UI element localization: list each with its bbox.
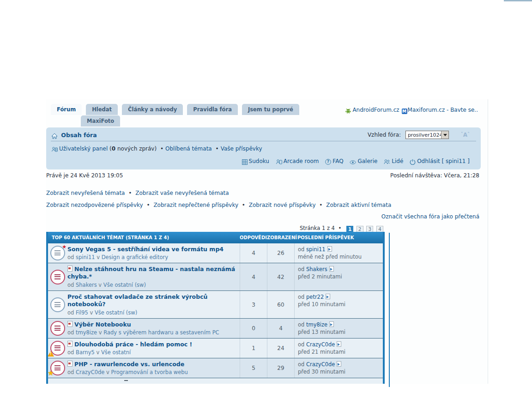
topic-forum-link[interactable]: Vše ostatní (sw) bbox=[95, 309, 137, 316]
topic-title-link[interactable]: Výběr Notebooku bbox=[74, 321, 131, 328]
tab-forum[interactable]: Fórum bbox=[51, 104, 82, 115]
topic-forum-link[interactable]: Rady s výběrem hardwaru a sestavením PC bbox=[103, 329, 219, 336]
breadcrumb: Obsah fóra bbox=[51, 132, 97, 139]
tab-search[interactable]: Hledat bbox=[86, 104, 118, 115]
members-link[interactable]: Lidé bbox=[384, 158, 403, 164]
adjacent-table-edge bbox=[389, 233, 390, 387]
table-row: Nelze stáhnout hru na Steamu - nastala n… bbox=[48, 263, 383, 291]
topic-title-link[interactable]: Sony Vegas 5 - sestříhání videa ve formá… bbox=[67, 246, 224, 253]
topic-forum-link[interactable]: Vše ostatní (sw) bbox=[103, 282, 146, 288]
logout-link[interactable]: Odhlásit [ spini11 ] bbox=[410, 158, 470, 164]
last-post-author-link[interactable]: petr22 bbox=[306, 294, 324, 300]
user-panel-row: Uživatelský panel (0 nových zpráv) •Oblí… bbox=[51, 145, 262, 153]
style-select[interactable]: prosilver1024 bbox=[405, 131, 449, 139]
topic-title-link[interactable]: Proč stahovat ovladače ze stránek výrobc… bbox=[67, 293, 207, 308]
faq-link[interactable]: ?FAQ bbox=[325, 158, 343, 164]
bullet-separator: • bbox=[146, 202, 150, 208]
table-header: TOP 60 AKTUÁLNÍCH TÉMAT (STRÁNKA 1 Z 4) … bbox=[48, 232, 383, 243]
topic-author-link[interactable]: spini11 bbox=[76, 254, 95, 260]
views-count: 26 bbox=[267, 243, 294, 263]
last-post-cell: od tmy8ize před 13 minutami bbox=[294, 319, 383, 338]
favorite-topics-link[interactable]: Oblíbená témata bbox=[165, 145, 212, 152]
browser-edge-sliver bbox=[504, 0, 532, 1]
last-post-cell: od CrazyC0de před 21 minutami bbox=[294, 339, 383, 358]
topic-author-link[interactable]: CrazyC0de bbox=[76, 369, 104, 375]
sudoku-grid-icon bbox=[242, 159, 248, 165]
last-post-author-link[interactable]: CrazyC0de bbox=[306, 361, 335, 368]
goto-last-post-icon[interactable] bbox=[337, 361, 341, 367]
topic-author-link[interactable]: tmy8ize bbox=[76, 329, 97, 336]
sudoku-link[interactable]: Sudoku bbox=[242, 158, 269, 164]
clipped-content bbox=[124, 380, 128, 381]
mark-forums-read-link[interactable]: Označit všechna fóra jako přečtená bbox=[381, 213, 479, 220]
tab-maxifoto[interactable]: MaxiFoto bbox=[81, 115, 120, 127]
last-post-author-link[interactable]: tmy8ize bbox=[306, 321, 327, 328]
topic-author-link[interactable]: Shakers bbox=[76, 282, 97, 288]
bullet-separator: • bbox=[319, 202, 322, 208]
maxiforum-icon: M bbox=[402, 109, 407, 114]
last-post-cell: od Shakers před 2 minutami bbox=[294, 263, 383, 290]
font-size-widget[interactable]: ˅A˄ bbox=[461, 132, 470, 138]
topic-forum-link[interactable]: Design a grafické editory bbox=[102, 254, 168, 260]
topic-unread-icon bbox=[50, 321, 65, 336]
topic-title-link[interactable]: Nelze stáhnout hru na Steamu - nastala n… bbox=[67, 266, 235, 280]
your-unsolved-topics-link[interactable]: Zobrazit vaše nevyřešená témata bbox=[135, 190, 229, 196]
bullet-separator: • bbox=[128, 190, 132, 196]
link-androidforum[interactable]: AndroidForum.cz bbox=[352, 107, 399, 113]
goto-last-post-icon[interactable] bbox=[329, 266, 334, 272]
last-post-author-link[interactable]: CrazyC0de bbox=[306, 341, 335, 348]
forum-header-panel: Obsah fóra Vzhled fóra: prosilver1024 ˅A… bbox=[46, 127, 481, 169]
chevron-up-icon[interactable]: ˄ bbox=[467, 132, 470, 137]
new-posts-link[interactable]: Zobrazit nové příspěvky bbox=[249, 202, 316, 208]
last-post-author-link[interactable]: spini11 bbox=[306, 246, 326, 253]
arcade-room-link[interactable]: Arcade room bbox=[276, 158, 319, 164]
top-topics-table: TOP 60 AKTUÁLNÍCH TÉMAT (STRÁNKA 1 Z 4) … bbox=[46, 232, 385, 384]
new-posts-flag-icon[interactable] bbox=[67, 266, 73, 272]
new-posts-flag-icon[interactable] bbox=[67, 361, 73, 367]
new-messages-count: (0 nových zpráv) bbox=[109, 145, 157, 152]
topic-forum-link[interactable]: Vše ostatní bbox=[101, 349, 131, 356]
table-row: ★ Sony Vegas 5 - sestříhání videa ve for… bbox=[48, 243, 383, 263]
gallery-link[interactable]: Galerie bbox=[350, 158, 377, 164]
last-post-time: před 21 minutami bbox=[298, 349, 345, 355]
last-post-cell: od petr22 před 10 minutami bbox=[294, 291, 383, 318]
home-icon bbox=[51, 133, 58, 139]
unread-posts-link[interactable]: Zobrazit nepřečtené příspěvky bbox=[153, 202, 238, 208]
unanswered-posts-link[interactable]: Zobrazit nezodpovězené příspěvky bbox=[46, 202, 143, 208]
views-count: 42 bbox=[267, 263, 294, 290]
link-maxiforum[interactable]: Maxiforum.cz - Bavte se.. bbox=[408, 107, 478, 113]
last-post-author-link[interactable]: Shakers bbox=[306, 266, 327, 272]
dropdown-arrow-icon[interactable] bbox=[441, 131, 448, 139]
goto-last-post-icon[interactable] bbox=[327, 246, 332, 252]
unsolved-topics-link[interactable]: Zobrazit nevyřešená témata bbox=[46, 190, 125, 196]
style-selector-area: Vzhled fóra: prosilver1024 ˅A˄ bbox=[368, 131, 470, 139]
tab-first-time[interactable]: Jsem tu poprvé bbox=[242, 104, 299, 115]
active-topics-link[interactable]: Zobrazit aktivní témata bbox=[326, 202, 391, 208]
column-header-replies: ODPOVĚDI bbox=[240, 235, 267, 240]
font-size-letter[interactable]: A bbox=[463, 132, 467, 138]
last-post-time: před 30 minutami bbox=[298, 369, 345, 375]
user-panel-link[interactable]: Uživatelský panel bbox=[59, 145, 108, 152]
quick-links-posts: Zobrazit nezodpovězené příspěvky • Zobra… bbox=[46, 202, 391, 208]
goto-last-post-icon[interactable] bbox=[329, 321, 334, 327]
topic-author-link[interactable]: Fil95 bbox=[76, 309, 88, 316]
new-posts-flag-icon[interactable] bbox=[67, 341, 73, 347]
replies-count: 4 bbox=[240, 263, 267, 290]
last-post-time: méně než před minutou bbox=[298, 254, 362, 260]
new-posts-flag-icon[interactable] bbox=[67, 321, 73, 327]
last-post-time: před 10 minutami bbox=[298, 301, 345, 308]
topic-author-link[interactable]: Barny5 bbox=[76, 349, 95, 356]
quick-links-topics: Zobrazit nevyřešená témata • Zobrazit va… bbox=[46, 190, 229, 196]
topic-title-link[interactable]: PHP - rawurlencode vs. urlencode bbox=[74, 361, 184, 368]
tab-rules[interactable]: Pravidla fóra bbox=[187, 104, 238, 115]
topic-forum-link[interactable]: Programování a tvorba webu bbox=[111, 369, 188, 375]
topic-title-link[interactable]: Dlouhodobá práce - hledám pomoc ! bbox=[74, 341, 192, 348]
goto-last-post-icon[interactable] bbox=[337, 341, 341, 347]
breadcrumb-board-index[interactable]: Obsah fóra bbox=[61, 132, 97, 139]
tab-articles[interactable]: Články a návody bbox=[122, 104, 183, 115]
own-post-star-icon: ★ bbox=[62, 244, 66, 250]
people-icon bbox=[276, 159, 282, 165]
goto-last-post-icon[interactable] bbox=[326, 294, 330, 299]
your-posts-link[interactable]: Vaše příspěvky bbox=[221, 145, 262, 152]
user-panel-icon bbox=[51, 146, 58, 153]
